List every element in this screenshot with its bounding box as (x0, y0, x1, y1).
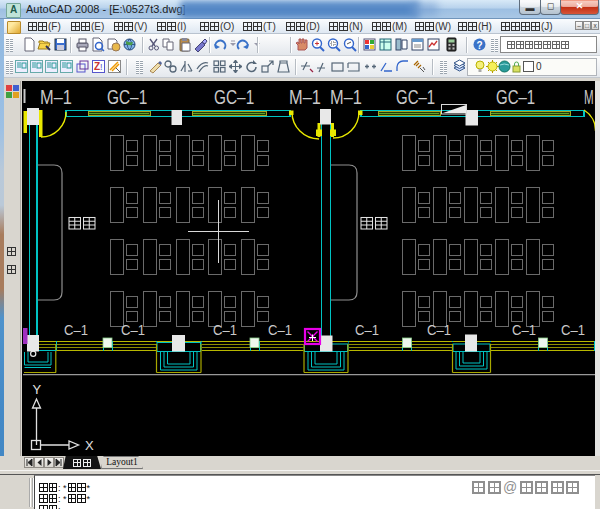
svg-text:C–1: C–1 (213, 322, 237, 338)
svg-text:C–1: C–1 (427, 322, 451, 338)
svg-text:C–1: C–1 (512, 322, 536, 338)
svg-text:C–1: C–1 (268, 322, 292, 338)
svg-text:GC–1: GC–1 (107, 86, 147, 108)
svg-text:GC–1: GC–1 (214, 86, 254, 108)
svg-text:M–1: M–1 (330, 85, 362, 108)
svg-text:M–1: M–1 (289, 85, 321, 108)
svg-text:C–1: C–1 (355, 322, 379, 338)
svg-text:M: M (584, 86, 594, 108)
svg-text:GC–1: GC–1 (396, 86, 435, 109)
svg-text:C–1: C–1 (121, 322, 145, 338)
svg-text:C–1: C–1 (64, 322, 88, 338)
svg-text:C–1: C–1 (561, 322, 585, 338)
svg-text:?: ? (477, 40, 483, 51)
svg-text:M–1: M–1 (40, 85, 72, 108)
svg-text:X: X (85, 438, 94, 453)
svg-text:GC–1: GC–1 (496, 86, 535, 109)
svg-text:!: ! (100, 62, 103, 72)
svg-text:Y: Y (33, 382, 42, 397)
